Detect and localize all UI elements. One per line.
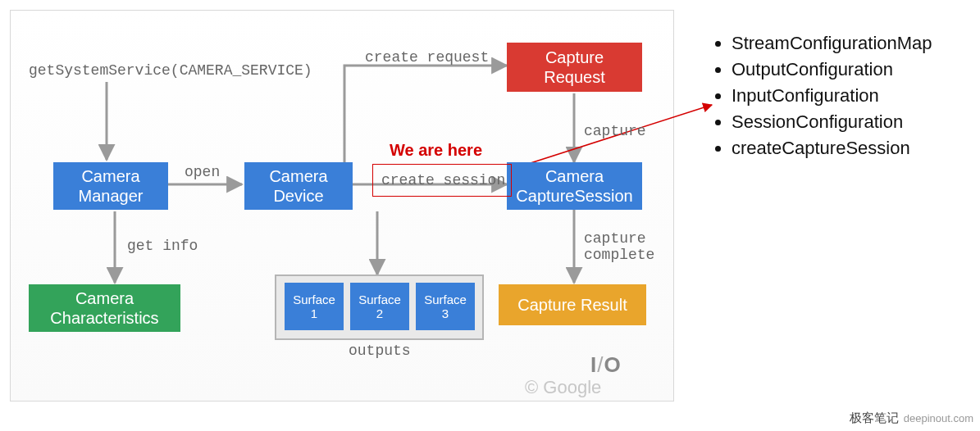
label-capture: capture — [584, 123, 646, 139]
label-create-request: create request — [365, 49, 489, 66]
node-surface-2: Surface 2 — [350, 283, 409, 330]
node-camera-characteristics: Camera Characteristics — [29, 284, 180, 332]
bullet-list: StreamConfigurationMap OutputConfigurati… — [713, 33, 932, 164]
bullet-item: InputConfiguration — [732, 85, 932, 107]
node-camera-manager: Camera Manager — [53, 162, 168, 210]
bullet-item: SessionConfiguration — [732, 111, 932, 133]
callout-box — [372, 164, 512, 197]
node-capture-result: Capture Result — [499, 284, 646, 325]
node-surface-1: Surface 1 — [285, 283, 344, 330]
io-logo: I/O — [590, 352, 622, 378]
bullet-item: StreamConfigurationMap — [732, 33, 932, 54]
watermark: 极客笔记deepinout.com — [850, 411, 973, 426]
callout-we-are-here: We are here — [390, 141, 482, 160]
label-get-system-service: getSystemService(CAMERA_SERVICE) — [29, 62, 312, 79]
label-get-info: get info — [127, 238, 198, 254]
io-i: I — [590, 352, 597, 377]
node-surface-3: Surface 3 — [416, 283, 475, 330]
node-capture-request: Capture Request — [507, 43, 642, 92]
label-outputs: outputs — [349, 343, 411, 359]
io-o: O — [604, 352, 621, 377]
bullet-item: OutputConfiguration — [732, 59, 932, 80]
watermark-cn: 极客笔记 — [850, 411, 899, 424]
watermark-domain: deepinout.com — [904, 412, 973, 424]
node-camera-capture-session: Camera CaptureSession — [507, 162, 642, 210]
label-open: open — [185, 164, 220, 180]
label-capture-complete: capture complete — [584, 231, 654, 264]
bullet-item: createCaptureSession — [732, 138, 932, 159]
copyright: © Google — [525, 377, 601, 398]
node-camera-device: Camera Device — [244, 162, 353, 210]
